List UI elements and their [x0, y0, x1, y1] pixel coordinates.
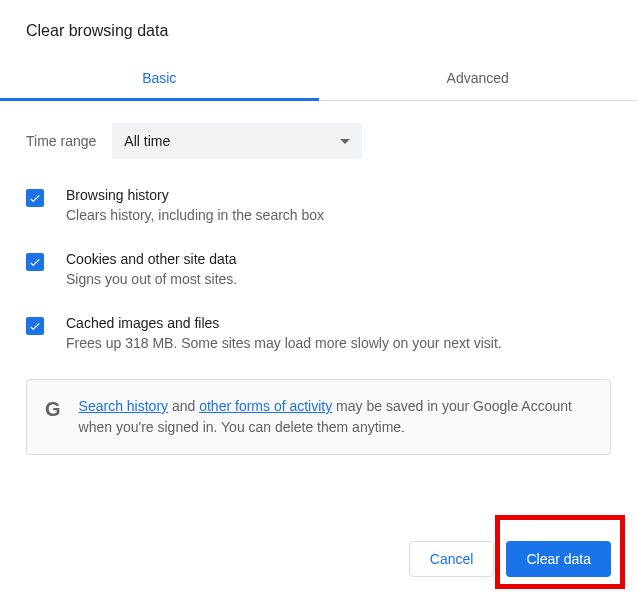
time-range-row: Time range All time	[26, 123, 611, 159]
time-range-select[interactable]: All time	[112, 123, 362, 159]
tab-advanced[interactable]: Advanced	[319, 58, 638, 100]
option-cookies: Cookies and other site data Signs you ou…	[26, 251, 611, 287]
check-icon	[28, 319, 42, 333]
option-text: Cached images and files Frees up 318 MB.…	[66, 315, 502, 351]
option-desc: Clears history, including in the search …	[66, 207, 324, 223]
option-text: Browsing history Clears history, includi…	[66, 187, 324, 223]
chevron-down-icon	[340, 139, 350, 144]
cancel-button[interactable]: Cancel	[409, 541, 495, 577]
clear-browsing-data-dialog: Clear browsing data Basic Advanced Time …	[0, 0, 637, 455]
dialog-body: Time range All time Browsing history Cle…	[0, 101, 637, 455]
option-desc: Frees up 318 MB. Some sites may load mor…	[66, 335, 502, 351]
time-range-label: Time range	[26, 133, 96, 149]
notice-mid: and	[168, 398, 199, 414]
clear-data-button[interactable]: Clear data	[506, 541, 611, 577]
option-browsing-history: Browsing history Clears history, includi…	[26, 187, 611, 223]
option-title: Browsing history	[66, 187, 324, 203]
other-activity-link[interactable]: other forms of activity	[199, 398, 332, 414]
checkbox-cache[interactable]	[26, 317, 44, 335]
checkbox-browsing-history[interactable]	[26, 189, 44, 207]
notice-text: Search history and other forms of activi…	[79, 396, 592, 438]
google-icon: G	[45, 398, 61, 421]
option-desc: Signs you out of most sites.	[66, 271, 237, 287]
option-title: Cached images and files	[66, 315, 502, 331]
option-text: Cookies and other site data Signs you ou…	[66, 251, 237, 287]
check-icon	[28, 191, 42, 205]
checkbox-cookies[interactable]	[26, 253, 44, 271]
check-icon	[28, 255, 42, 269]
dialog-title: Clear browsing data	[0, 0, 637, 58]
dialog-footer: Cancel Clear data	[409, 541, 611, 577]
option-cache: Cached images and files Frees up 318 MB.…	[26, 315, 611, 351]
time-range-value: All time	[124, 133, 170, 149]
option-title: Cookies and other site data	[66, 251, 237, 267]
google-account-notice: G Search history and other forms of acti…	[26, 379, 611, 455]
tabs: Basic Advanced	[0, 58, 637, 101]
tab-basic[interactable]: Basic	[0, 58, 319, 100]
search-history-link[interactable]: Search history	[79, 398, 168, 414]
